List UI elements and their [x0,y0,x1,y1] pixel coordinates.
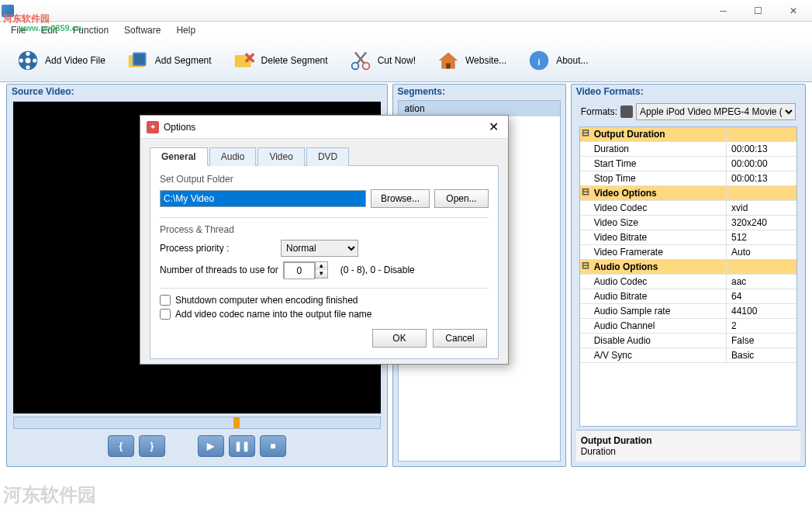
svg-text:i: i [538,57,541,67]
svg-rect-8 [134,54,145,64]
collapse-icon[interactable]: ⊟ [580,260,591,274]
cut-now-button[interactable]: Cut Now! [340,45,423,76]
collapse-icon[interactable]: ⊟ [580,186,591,200]
ok-button[interactable]: OK [372,329,427,348]
svg-point-5 [33,58,36,62]
menu-edit[interactable]: Edit [33,23,65,37]
svg-point-2 [26,52,29,56]
toolbar: Add Video File Add Segment Delete Segmen… [0,39,812,82]
app-icon [2,5,14,17]
property-row[interactable]: Disable AudioFalse [580,334,796,348]
svg-point-10 [351,63,358,70]
watermark-bottom: 河东软件园 [3,483,96,507]
property-row[interactable]: Audio Channel2 [580,319,796,334]
tab-audio[interactable]: Audio [209,147,257,166]
dialog-title: Options [164,122,485,133]
formats-label: Formats: [581,106,617,117]
shutdown-checkbox[interactable] [160,295,171,306]
browse-button[interactable]: Browse... [371,189,430,208]
set-output-folder-label: Set Output Folder [160,174,489,185]
film-reel-icon [16,48,40,73]
segment-item[interactable]: ation [399,101,560,116]
video-formats-title: Video Formats: [572,85,805,100]
folder-delete-icon [232,48,257,73]
video-formats-panel: Video Formats: Formats: Apple iPod Video… [571,84,806,467]
menu-function[interactable]: Function [65,23,116,37]
process-priority-select[interactable]: Normal [281,240,358,257]
shutdown-label: Shutdown computer when encoding finished [175,295,358,306]
menubar: File Edit Function Software Help [0,22,812,39]
spin-down[interactable]: ▼ [316,270,327,278]
stop-button[interactable]: ■ [260,435,286,457]
spin-up[interactable]: ▲ [316,262,327,270]
property-row[interactable]: A/V SyncBasic [580,348,796,363]
minimize-button[interactable]: ─ [706,1,741,21]
pause-button[interactable]: ❚❚ [229,435,255,457]
mark-in-button[interactable]: { [108,435,134,457]
titlebar: ─ ☐ ✕ [0,0,812,22]
segments-title: Segments: [393,85,565,100]
threads-input[interactable] [284,262,315,279]
svg-point-3 [26,65,29,69]
svg-rect-12 [446,64,450,69]
timeline-slider[interactable] [13,417,381,429]
process-thread-label: Process & Thread [160,224,489,235]
delete-segment-button[interactable]: Delete Segment [224,45,336,76]
property-row[interactable]: Video FramerateAuto [580,245,796,260]
website-button[interactable]: Website... [428,45,514,76]
menu-software[interactable]: Software [116,23,168,37]
property-row[interactable]: Audio Sample rate44100 [580,304,796,319]
property-row[interactable]: Start Time00:00:00 [580,157,796,171]
about-button[interactable]: i About... [519,45,596,76]
add-segment-button[interactable]: Add Segment [118,45,219,76]
open-button[interactable]: Open... [434,189,489,208]
dialog-close-button[interactable]: ✕ [485,119,502,134]
options-tabs: General Audio Video DVD [150,147,499,166]
home-icon [436,48,461,73]
property-row[interactable]: Audio Codecaac [580,275,796,289]
property-row[interactable]: Stop Time00:00:13 [580,171,796,186]
svg-point-4 [19,58,23,62]
options-dialog: ✦ Options ✕ General Audio Video DVD Set … [140,115,509,365]
mark-out-button[interactable]: } [139,435,165,457]
svg-point-1 [26,58,31,64]
scissors-icon [348,48,373,73]
property-row[interactable]: Video Size320x240 [580,216,796,230]
property-row[interactable]: Video Bitrate512 [580,230,796,245]
svg-point-11 [362,63,369,70]
menu-help[interactable]: Help [168,23,203,37]
tab-dvd[interactable]: DVD [306,147,349,166]
play-button[interactable]: ▶ [198,435,224,457]
property-grid[interactable]: ⊟Output DurationDuration00:00:13Start Ti… [579,126,797,427]
property-row[interactable]: Video Codecxvid [580,201,796,216]
source-video-title: Source Video: [7,85,387,100]
maximize-button[interactable]: ☐ [741,1,776,21]
add-video-file-button[interactable]: Add Video File [8,45,113,76]
folder-video-icon [126,48,150,73]
formats-select[interactable]: Apple iPod Video MPEG-4 Movie ( [636,103,796,120]
timeline-marker[interactable] [233,417,240,428]
tab-video[interactable]: Video [257,147,304,166]
property-row[interactable]: Audio Bitrate64 [580,289,796,304]
info-icon: i [527,48,551,73]
output-duration-info: Output Duration Duration [576,430,800,462]
close-button[interactable]: ✕ [776,1,810,21]
threads-spinner[interactable]: ▲▼ [283,261,328,278]
property-category[interactable]: ⊟Audio Options [580,260,796,275]
collapse-icon[interactable]: ⊟ [580,127,591,141]
property-category[interactable]: ⊟Video Options [580,186,796,201]
menu-file[interactable]: File [3,23,33,37]
cancel-button[interactable]: Cancel [433,329,487,348]
threads-hint: (0 - 8), 0 - Disable [340,265,415,275]
dialog-titlebar[interactable]: ✦ Options ✕ [140,116,508,139]
process-priority-label: Process priority : [160,243,276,254]
codec-name-label: Add video codec name into the output fil… [175,309,372,320]
tab-general[interactable]: General [150,147,208,166]
format-device-icon [620,106,633,118]
property-row[interactable]: Duration00:00:13 [580,142,796,157]
codec-name-checkbox[interactable] [160,309,171,320]
threads-label: Number of threads to use for [160,265,278,275]
output-folder-input[interactable] [160,190,366,207]
property-category[interactable]: ⊟Output Duration [580,127,796,142]
options-dialog-icon: ✦ [147,121,159,133]
